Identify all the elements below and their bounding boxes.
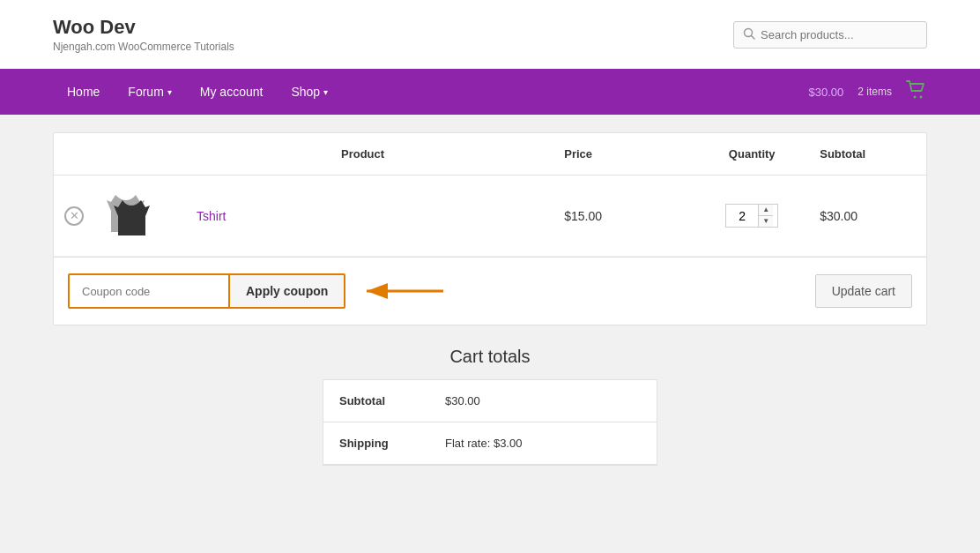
qty-cell: ▲ ▼ bbox=[694, 176, 809, 257]
qty-input[interactable] bbox=[726, 206, 758, 227]
col-image bbox=[94, 133, 182, 176]
coupon-form: Apply coupon bbox=[68, 273, 345, 309]
site-title: Woo Dev bbox=[53, 16, 234, 39]
totals-subtotal-row: Subtotal $30.00 bbox=[323, 380, 657, 422]
cart-icon[interactable] bbox=[906, 80, 927, 104]
col-subtotal-header: Subtotal bbox=[809, 133, 926, 176]
svg-line-1 bbox=[752, 35, 755, 39]
apply-coupon-button[interactable]: Apply coupon bbox=[228, 275, 344, 307]
subtotal-label: Subtotal bbox=[339, 394, 445, 407]
product-image-cell bbox=[94, 176, 182, 257]
nav-item-shop[interactable]: Shop ▾ bbox=[277, 69, 342, 115]
cart-amount: $30.00 bbox=[809, 86, 844, 99]
subtotal-value: $30.00 bbox=[445, 394, 480, 407]
col-qty-header: Quantity bbox=[694, 133, 809, 176]
qty-spinners: ▲ ▼ bbox=[758, 205, 773, 227]
shop-chevron-icon: ▾ bbox=[323, 87, 328, 97]
nav-right: $30.00 2 items bbox=[809, 80, 927, 104]
nav-left: Home Forum ▾ My account Shop ▾ bbox=[53, 69, 342, 115]
cart-table-wrapper: Product Price Quantity Subtotal ✕ bbox=[53, 132, 927, 325]
cart-totals-title: Cart totals bbox=[323, 347, 657, 367]
qty-up-button[interactable]: ▲ bbox=[759, 205, 773, 216]
cart-count: 2 items bbox=[858, 86, 892, 98]
cart-table: Product Price Quantity Subtotal ✕ bbox=[54, 133, 926, 257]
product-link[interactable]: Tshirt bbox=[197, 209, 226, 223]
svg-point-3 bbox=[920, 95, 923, 98]
site-subtitle: Njengah.com WooCommerce Tutorials bbox=[53, 41, 234, 53]
subtotal-cell: $30.00 bbox=[809, 176, 926, 257]
nav-item-myaccount[interactable]: My account bbox=[186, 69, 278, 115]
table-header-row: Product Price Quantity Subtotal bbox=[54, 133, 926, 176]
search-box[interactable] bbox=[733, 21, 927, 49]
coupon-left: Apply coupon bbox=[68, 273, 448, 309]
remove-cell: ✕ bbox=[54, 176, 94, 257]
price-cell: $15.00 bbox=[553, 176, 694, 257]
nav-item-forum[interactable]: Forum ▾ bbox=[114, 69, 185, 115]
site-branding: Woo Dev Njengah.com WooCommerce Tutorial… bbox=[53, 16, 234, 53]
arrow-icon bbox=[360, 279, 448, 303]
remove-item-button[interactable]: ✕ bbox=[64, 206, 84, 226]
col-remove bbox=[54, 133, 94, 176]
site-nav: Home Forum ▾ My account Shop ▾ $30.00 2 … bbox=[0, 69, 980, 115]
totals-shipping-row: Shipping Flat rate: $3.00 bbox=[323, 422, 657, 465]
nav-item-home[interactable]: Home bbox=[53, 69, 114, 115]
quantity-stepper[interactable]: ▲ ▼ bbox=[725, 204, 778, 228]
search-icon bbox=[743, 27, 755, 42]
shipping-value: Flat rate: $3.00 bbox=[445, 437, 522, 450]
totals-table: Subtotal $30.00 Shipping Flat rate: $3.0… bbox=[323, 379, 657, 466]
site-header: Woo Dev Njengah.com WooCommerce Tutorial… bbox=[0, 0, 980, 69]
col-product-header: Product bbox=[182, 133, 553, 176]
coupon-input[interactable] bbox=[70, 275, 228, 307]
qty-down-button[interactable]: ▼ bbox=[759, 216, 773, 227]
product-name-cell: Tshirt bbox=[182, 176, 553, 257]
cart-totals-section: Cart totals Subtotal $30.00 Shipping Fla… bbox=[53, 347, 927, 466]
shipping-label: Shipping bbox=[339, 437, 445, 450]
col-price-header: Price bbox=[553, 133, 694, 176]
svg-point-2 bbox=[914, 95, 917, 98]
product-image bbox=[105, 191, 158, 240]
arrow-annotation bbox=[360, 279, 448, 303]
search-input[interactable] bbox=[761, 28, 917, 41]
table-row: ✕ bbox=[54, 176, 926, 257]
cart-totals-box: Cart totals Subtotal $30.00 Shipping Fla… bbox=[323, 347, 657, 466]
update-cart-button[interactable]: Update cart bbox=[815, 274, 912, 308]
main-content: Product Price Quantity Subtotal ✕ bbox=[0, 115, 980, 483]
coupon-row: Apply coupon Update cart bbox=[54, 257, 926, 325]
forum-chevron-icon: ▾ bbox=[167, 87, 172, 97]
